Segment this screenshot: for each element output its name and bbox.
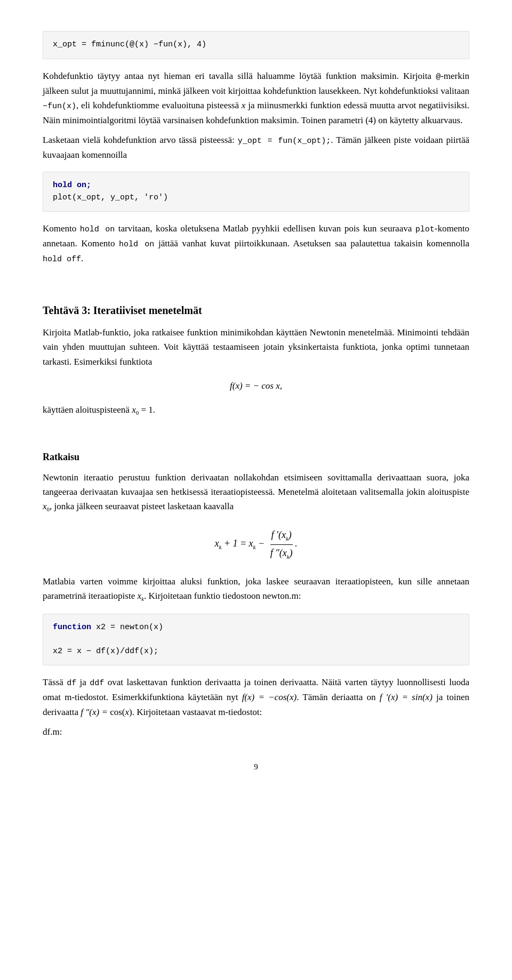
ratkaisu-title: Ratkaisu bbox=[43, 449, 469, 465]
code-line-hold: hold on; bbox=[53, 180, 459, 192]
code-block-hold: hold on; plot(x_opt, y_opt, 'ro') bbox=[43, 172, 469, 212]
code-xopt: x_opt = fminunc(@(x) −fun(x), 4) bbox=[53, 40, 206, 49]
page: x_opt = fminunc(@(x) −fun(x), 4) Kohdefu… bbox=[0, 0, 512, 805]
paragraph-matlabia: Matlabia varten voimme kirjoittaa aluksi… bbox=[43, 574, 469, 604]
paragraph-kayttaen: käyttäen aloituspisteenä x0 = 1. bbox=[43, 403, 469, 418]
paragraph-komento: Komento hold on tarvitaan, koska oletuks… bbox=[43, 221, 469, 266]
formula-fx-cosx: f(x) = − cos x, bbox=[43, 379, 469, 393]
code-line-blank bbox=[53, 633, 459, 646]
page-number-text: 9 bbox=[254, 762, 258, 771]
paragraph-kohdefunktio: Kohdefunktio täytyy antaa nyt hieman eri… bbox=[43, 69, 469, 127]
page-number: 9 bbox=[43, 760, 469, 773]
code-block-newton: function x2 = newton(x) x2 = x − df(x)/d… bbox=[43, 614, 469, 666]
paragraph-kirjoita: Kirjoita Matlab-funktio, joka ratkaisee … bbox=[43, 325, 469, 369]
code-block-top: x_opt = fminunc(@(x) −fun(x), 4) bbox=[43, 31, 469, 59]
paragraph-dfm: df.m: bbox=[43, 725, 469, 739]
code-line-x2: x2 = x − df(x)/ddf(x); bbox=[53, 646, 459, 658]
section3-title: Tehtävä 3: Iteratiiviset menetelmät bbox=[43, 302, 469, 319]
paragraph-newtonin: Newtonin iteraatio perustuu funktion der… bbox=[43, 470, 469, 515]
paragraph-tassa: Tässä df ja ddf ovat laskettavan funktio… bbox=[43, 675, 469, 719]
code-line-function: function x2 = newton(x) bbox=[53, 622, 459, 634]
code-plot-text: plot(x_opt, y_opt, 'ro') bbox=[53, 193, 168, 202]
paragraph-lasketaan: Lasketaan vielä kohdefunktion arvo tässä… bbox=[43, 133, 469, 162]
code-line-plot: plot(x_opt, y_opt, 'ro') bbox=[53, 192, 459, 204]
formula-newton: xk + 1 = xk − f ′(xk) f ″(xk) . bbox=[43, 527, 469, 561]
